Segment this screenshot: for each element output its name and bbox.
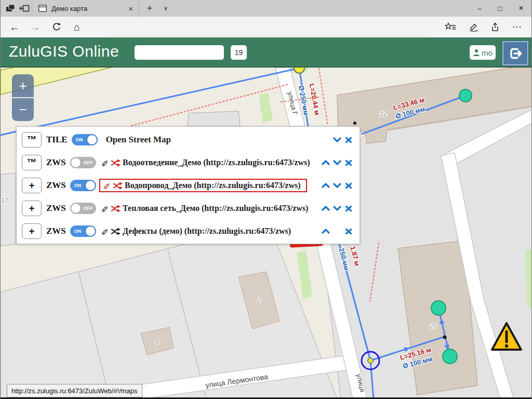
layer-type-button[interactable]: +: [22, 201, 42, 216]
layer-name: Водоотведение_Демо (http://zs.zulugis.ru…: [123, 158, 310, 167]
layer-name: Тепловая сеть_Демо (http://zs.zulugis.ru…: [123, 204, 308, 213]
layer-type-button[interactable]: +: [22, 223, 42, 239]
pipe-junction-dot: [443, 336, 447, 339]
tab-title: Демо карта: [51, 5, 128, 12]
browser-titlebar: Демо карта × + ∨ – □ ×: [1, 0, 531, 17]
layer-toggle[interactable]: OFF: [70, 157, 96, 168]
pipe-junction-dot: [353, 122, 356, 125]
status-url-tooltip: http://zs.zulugis.ru:6473/ZuluWeb/#!/map…: [7, 384, 142, 397]
search-input[interactable]: [135, 45, 224, 60]
node-teal[interactable]: [431, 301, 446, 315]
layer-type-label: ZWS: [46, 157, 66, 168]
layer-type-label: ZWS: [46, 226, 66, 236]
layer-type-label: TILE: [46, 135, 68, 145]
topology-icon[interactable]: [111, 205, 121, 212]
topology-icon[interactable]: [111, 159, 121, 167]
building-number: 17: [1, 197, 8, 204]
user-label: mo: [482, 48, 493, 57]
layer-type-label: ZWS: [46, 203, 66, 214]
zoom-out-button[interactable]: −: [12, 98, 34, 121]
browser-toolbar: ← → ⌂ zs.zulugis.ru:6473/ZuluWeb/#!/map/…: [1, 17, 531, 37]
layer-toggle[interactable]: ON: [70, 225, 96, 237]
app-header: ZuluGIS Online 19 mo: [1, 37, 531, 68]
move-up-icon[interactable]: [320, 228, 331, 235]
new-tab-button[interactable]: +: [142, 0, 157, 17]
browser-window: Демо карта × + ∨ – □ × ← → ⌂ zs.zulugis.…: [0, 0, 532, 399]
share-icon[interactable]: [485, 17, 506, 37]
layer-toggle[interactable]: OFF: [70, 203, 96, 214]
tab-close-icon[interactable]: ×: [128, 4, 133, 13]
browser-tab[interactable]: Демо карта ×: [32, 0, 139, 17]
move-down-icon[interactable]: [331, 205, 343, 212]
forward-icon[interactable]: →: [25, 17, 45, 37]
back-icon[interactable]: ←: [5, 17, 24, 37]
layer-name: Open Street Map: [106, 135, 171, 145]
maximize-button[interactable]: □: [490, 0, 511, 17]
user-button[interactable]: mo: [470, 45, 496, 60]
layer-toggle[interactable]: ON: [72, 134, 98, 145]
window-controls: – □ ×: [469, 0, 531, 17]
topology-icon[interactable]: [113, 182, 123, 190]
remove-layer-icon[interactable]: [343, 205, 354, 212]
building-number: 20: [430, 323, 437, 330]
restore-tabs-icon[interactable]: [19, 4, 30, 12]
home-icon[interactable]: ⌂: [67, 17, 87, 37]
layer-type-button[interactable]: +: [22, 178, 42, 193]
app-title: ZuluGIS Online: [9, 43, 119, 60]
set-aside-tabs-icon[interactable]: [6, 4, 16, 12]
move-up-icon[interactable]: [320, 205, 331, 212]
layer-row-teplovaya: + ZWS OFF ✎ Тепловая сеть_Демо (http://z…: [22, 197, 360, 220]
layer-type-label: ZWS: [46, 180, 66, 191]
node-teal[interactable]: [459, 89, 472, 102]
move-down-icon[interactable]: [331, 137, 343, 143]
move-down-icon[interactable]: [331, 159, 343, 166]
node-yellow[interactable]: [294, 68, 304, 73]
layer-row-defekty: + ZWS ON ✎ Дефекты (демо) (http://zs.zul…: [22, 220, 360, 243]
tab-menu-chevron-icon[interactable]: ∨: [158, 0, 173, 17]
remove-layer-icon[interactable]: [343, 137, 354, 143]
selected-node-dot: [368, 358, 373, 363]
move-up-icon[interactable]: [320, 182, 331, 189]
logout-button[interactable]: [502, 41, 528, 65]
layer-name: Водопровод_Демо (http://zs.zulugis.ru:64…: [125, 181, 301, 190]
logout-icon: [507, 45, 524, 62]
layer-type-button[interactable]: ™: [22, 155, 42, 170]
move-down-icon[interactable]: [331, 182, 343, 189]
building-number: 22: [379, 110, 388, 118]
map-building-gray: [188, 111, 240, 126]
ink-pen-icon[interactable]: [463, 17, 484, 37]
layer-toggle[interactable]: ON: [70, 180, 96, 191]
settings-ellipsis-icon[interactable]: ⋯: [507, 17, 527, 37]
remove-layer-icon[interactable]: [343, 159, 354, 166]
hub-favorites-icon[interactable]: [440, 17, 461, 37]
close-window-button[interactable]: ×: [511, 0, 531, 17]
minimize-button[interactable]: –: [469, 0, 490, 17]
zoom-in-button[interactable]: +: [12, 74, 34, 97]
layer-type-button[interactable]: ™: [22, 132, 42, 148]
selected-layer-highlight: ✎ Водопровод_Демо (http://zs.zulugis.ru:…: [99, 179, 307, 192]
topology-icon[interactable]: [111, 228, 121, 235]
notification-count-badge[interactable]: 19: [231, 45, 247, 60]
edit-pencil-icon[interactable]: ✎: [101, 227, 109, 236]
layer-row-vodootvedenie: ™ ZWS OFF ✎ Водоотведение_Демо (http://z…: [22, 151, 360, 174]
move-up-icon[interactable]: [320, 159, 331, 166]
map-parcel: [1, 173, 16, 246]
edit-pencil-icon[interactable]: ✎: [101, 204, 109, 213]
edit-pencil-icon[interactable]: ✎: [103, 181, 111, 190]
remove-layer-icon[interactable]: [343, 228, 354, 235]
map-zoom-control: + −: [12, 74, 34, 121]
page-icon: [38, 5, 47, 12]
refresh-icon[interactable]: [46, 17, 66, 37]
layer-row-vodoprovod-selected: + ZWS ON ✎ Водопровод_Демо (http://zs.zu…: [22, 174, 360, 197]
edit-pencil-icon[interactable]: ✎: [101, 158, 109, 167]
layer-panel: ™ TILE ON Open Street Map ™ ZWS OFF ✎ Во…: [16, 126, 360, 244]
remove-layer-icon[interactable]: [343, 182, 354, 189]
node-teal[interactable]: [443, 349, 457, 364]
layer-name: Дефекты (демо) (http://zs.zulugis.ru:647…: [123, 227, 291, 236]
layer-row-osm: ™ TILE ON Open Street Map: [22, 128, 360, 151]
user-icon: [473, 49, 480, 56]
